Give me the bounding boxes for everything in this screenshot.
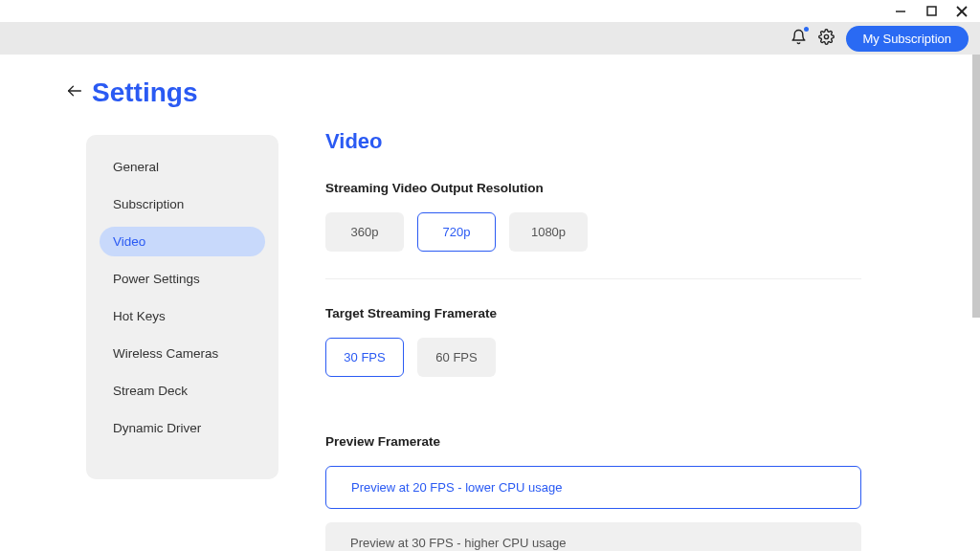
title-bar: [0, 0, 980, 22]
preview-fps-option-30[interactable]: Preview at 30 FPS - higher CPU usage: [325, 522, 861, 551]
notification-dot-icon: [804, 27, 809, 32]
minimize-icon[interactable]: [894, 5, 907, 18]
scrollbar[interactable]: [972, 55, 980, 318]
target-fps-option-60[interactable]: 60 FPS: [417, 338, 496, 377]
sidebar-item-general[interactable]: General: [100, 152, 265, 182]
sidebar-item-subscription[interactable]: Subscription: [100, 189, 265, 219]
target-fps-option-30[interactable]: 30 FPS: [325, 338, 404, 377]
settings-title-row: Settings: [67, 77, 287, 108]
video-heading: Video: [325, 129, 903, 154]
notifications-icon[interactable]: [791, 29, 807, 49]
settings-sidebar: General Subscription Video Power Setting…: [86, 135, 278, 479]
resolution-option-1080p[interactable]: 1080p: [509, 212, 588, 252]
sidebar-item-video[interactable]: Video: [100, 227, 265, 256]
target-fps-options: 30 FPS 60 FPS: [325, 338, 903, 377]
close-icon[interactable]: [955, 5, 969, 18]
sidebar-item-hot-keys[interactable]: Hot Keys: [100, 301, 265, 331]
divider: [325, 278, 861, 279]
back-arrow-icon[interactable]: [67, 84, 82, 101]
left-column: Settings General Subscription Video Powe…: [0, 55, 287, 551]
resolution-option-720p[interactable]: 720p: [417, 212, 496, 252]
resolution-options: 360p 720p 1080p: [325, 212, 903, 252]
resolution-label: Streaming Video Output Resolution: [325, 181, 903, 195]
target-fps-label: Target Streaming Framerate: [325, 306, 903, 320]
svg-point-4: [824, 34, 828, 38]
app-header: My Subscription: [0, 22, 980, 55]
sidebar-item-stream-deck[interactable]: Stream Deck: [100, 376, 265, 406]
page-body: Settings General Subscription Video Powe…: [0, 55, 980, 551]
preview-fps-label: Preview Framerate: [325, 434, 903, 449]
subscription-button[interactable]: My Subscription: [846, 26, 969, 52]
settings-content: Video Streaming Video Output Resolution …: [287, 55, 980, 551]
svg-rect-1: [927, 7, 936, 15]
sidebar-item-power-settings[interactable]: Power Settings: [100, 264, 265, 294]
gear-icon[interactable]: [818, 29, 835, 49]
sidebar-item-wireless-cameras[interactable]: Wireless Cameras: [100, 339, 265, 368]
sidebar-item-dynamic-driver[interactable]: Dynamic Driver: [100, 413, 265, 443]
resolution-option-360p[interactable]: 360p: [325, 212, 404, 252]
page-title: Settings: [92, 77, 197, 108]
maximize-icon[interactable]: [924, 5, 938, 18]
preview-fps-option-20[interactable]: Preview at 20 FPS - lower CPU usage: [325, 466, 861, 509]
